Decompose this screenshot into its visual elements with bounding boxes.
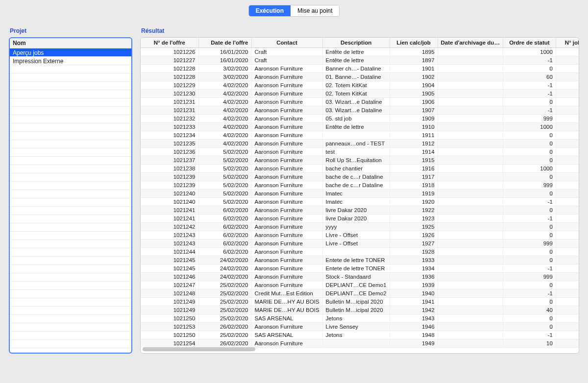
col-statut[interactable]: Ordre de statut [503, 38, 556, 48]
project-item[interactable]: Impression Externe [10, 57, 131, 65]
table-row[interactable]: 10212314/02/2020Aaronson Furniture03. Wi… [141, 106, 579, 115]
table-row[interactable]: 102125025/02/2020SAS ARSENALJetons1948-1 [141, 331, 579, 339]
cell-date: 6/02/2020 [198, 231, 251, 239]
cell-statut: 0 [503, 206, 556, 215]
horizontal-scrollbar[interactable] [143, 347, 577, 352]
project-listbox[interactable]: Nom Aperçu jobsImpression Externe [9, 37, 132, 354]
cell-offre: 1021228 [141, 73, 198, 81]
col-contact[interactable]: Contact [251, 38, 322, 48]
results-table-container: N° de l'offre Date de l'offre Contact De… [140, 37, 579, 354]
table-row[interactable]: 102124825/02/2020Credit Mut…Est EditionD… [141, 289, 579, 298]
cell-statut: 0 [503, 298, 556, 306]
cell-date: 4/02/2020 [198, 123, 251, 131]
table-row[interactable]: 102124624/02/2020Aaronson FurnitureStock… [141, 273, 579, 281]
table-row[interactable]: 102125326/02/2020Aaronson FurnitureLivre… [141, 323, 579, 331]
cell-statut: 0 [503, 173, 556, 181]
cell-date: 25/02/2020 [198, 306, 251, 314]
table-row[interactable]: 10212405/02/2020Aaronson FurnitureImatec… [141, 198, 579, 206]
cell-statut: -1 [503, 215, 556, 223]
table-row[interactable]: 10212416/02/2020Aaronson Furniturelivre … [141, 206, 579, 215]
cell-job [556, 165, 579, 173]
cell-offre: 1021244 [141, 248, 198, 256]
cell-offre: 1021254 [141, 339, 198, 348]
cell-job [556, 239, 579, 248]
cell-lien: 1918 [390, 181, 438, 190]
table-row[interactable]: 102124925/02/2020MARIE DE…HY AU BOISBull… [141, 306, 579, 314]
cell-arch [438, 331, 503, 339]
cell-statut: -1 [503, 264, 556, 273]
table-row[interactable]: 10212395/02/2020Aaronson Furniturebache … [141, 173, 579, 181]
tab-execution[interactable]: Exécution [249, 5, 291, 16]
cell-date: 24/02/2020 [198, 273, 251, 281]
table-row[interactable]: 10212324/02/2020Aaronson Furniture05. st… [141, 115, 579, 123]
project-item-empty [10, 65, 131, 73]
results-scroll[interactable]: N° de l'offre Date de l'offre Contact De… [141, 38, 579, 353]
cell-desc: DEPLIANT…CE Demo1 [322, 281, 390, 289]
table-row[interactable]: 10212354/02/2020Aaronson Furniturepannea… [141, 140, 579, 148]
table-row[interactable]: 102124524/02/2020Aaronson FurnitureEntet… [141, 256, 579, 264]
cell-lien: 1905 [390, 90, 438, 98]
cell-job [556, 298, 579, 306]
table-row[interactable]: 10212334/02/2020Aaronson FurnitureEntête… [141, 123, 579, 131]
cell-job [556, 223, 579, 231]
col-job[interactable]: N° job [556, 38, 579, 48]
table-row[interactable]: 102124524/02/2020Aaronson FurnitureEntet… [141, 264, 579, 273]
table-row[interactable]: 10212405/02/2020Aaronson FurnitureImatec… [141, 190, 579, 198]
table-row[interactable]: 10212446/02/2020Aaronson Furniture19280 [141, 248, 579, 256]
cell-contact: Aaronson Furniture [251, 273, 322, 281]
project-item-empty [10, 215, 131, 223]
table-row[interactable]: 102124725/02/2020Aaronson FurnitureDEPLI… [141, 281, 579, 289]
table-row[interactable]: 10212283/02/2020Aaronson FurnitureBanner… [141, 65, 579, 73]
project-item-empty [10, 148, 131, 157]
cell-arch [438, 73, 503, 81]
cell-date: 4/02/2020 [198, 106, 251, 115]
project-item-empty [10, 107, 131, 115]
table-row[interactable]: 10212436/02/2020Aaronson FurnitureLivre … [141, 231, 579, 239]
table-row[interactable]: 10212283/02/2020Aaronson Furniture01. Ba… [141, 73, 579, 81]
cell-arch [438, 314, 503, 323]
project-item-empty [10, 157, 131, 165]
cell-arch [438, 190, 503, 198]
cell-job [556, 331, 579, 339]
col-arch[interactable]: Date d'archivage du… [438, 38, 503, 48]
cell-arch [438, 165, 503, 173]
table-row[interactable]: 10212395/02/2020Aaronson Furniturebache … [141, 181, 579, 190]
col-lien[interactable]: Lien calc/job [390, 38, 438, 48]
table-row[interactable]: 10212294/02/2020Aaronson Furniture02. To… [141, 81, 579, 90]
col-date[interactable]: Date de l'offre [198, 38, 251, 48]
table-row[interactable]: 10212436/02/2020Aaronson FurnitureLivre … [141, 239, 579, 248]
table-row[interactable]: 10212365/02/2020Aaronson Furnituretest19… [141, 148, 579, 156]
cell-offre: 1021245 [141, 256, 198, 264]
cell-date: 24/02/2020 [198, 256, 251, 264]
table-row[interactable]: 102125426/02/2020Aaronson Furniture19491… [141, 339, 579, 348]
cell-lien: 1936 [390, 273, 438, 281]
col-desc[interactable]: Description [322, 38, 390, 48]
project-list-header[interactable]: Nom [10, 38, 131, 48]
table-row[interactable]: 10212344/02/2020Aaronson Furniture19110 [141, 131, 579, 140]
table-row[interactable]: 10212416/02/2020Aaronson Furniturelivre … [141, 215, 579, 223]
cell-contact: Aaronson Furniture [251, 98, 322, 106]
cell-lien: 1920 [390, 198, 438, 206]
cell-job [556, 281, 579, 289]
cell-statut: -1 [503, 90, 556, 98]
col-offre[interactable]: N° de l'offre [141, 38, 198, 48]
scrollbar-thumb[interactable] [143, 347, 255, 351]
cell-arch [438, 131, 503, 140]
tab-debug[interactable]: Mise au point [291, 5, 339, 16]
cell-offre: 1021226 [141, 48, 198, 56]
table-row[interactable]: 102124925/02/2020MARIE DE…HY AU BOISBull… [141, 298, 579, 306]
cell-offre: 1021234 [141, 131, 198, 140]
table-row[interactable]: 10212426/02/2020Aaronson Furnitureyyyy19… [141, 223, 579, 231]
cell-date: 5/02/2020 [198, 198, 251, 206]
table-row[interactable]: 10212304/02/2020Aaronson Furniture02. To… [141, 90, 579, 98]
table-row[interactable]: 10212314/02/2020Aaronson Furniture03. Wi… [141, 98, 579, 106]
table-row[interactable]: 102125025/02/2020SAS ARSENALJetons19430 [141, 314, 579, 323]
table-row[interactable]: 10212375/02/2020Aaronson FurnitureRoll U… [141, 156, 579, 165]
table-row[interactable]: 102122616/01/2020CraftEntête de lettre18… [141, 48, 579, 56]
cell-job [556, 314, 579, 323]
cell-job [556, 273, 579, 281]
table-row[interactable]: 102122716/01/2020CraftEntête de lettre18… [141, 56, 579, 65]
project-item[interactable]: Aperçu jobs [10, 48, 131, 57]
cell-statut: -1 [503, 56, 556, 65]
table-row[interactable]: 10212385/02/2020Aaronson Furniturebache … [141, 165, 579, 173]
